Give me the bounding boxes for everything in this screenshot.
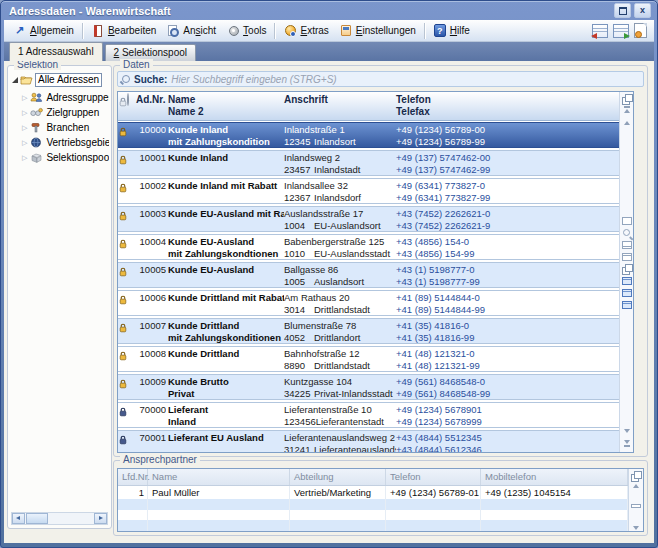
scrollbar-thumb[interactable] [26, 513, 48, 524]
address-row[interactable]: 10005 Kunde EU-Ausland Ballgasse 861005A… [118, 262, 619, 288]
col-header-name[interactable]: NameName 2 [166, 92, 284, 120]
restore-button[interactable] [614, 3, 631, 18]
view-icon [166, 24, 180, 37]
menu-tools[interactable]: Tools [221, 22, 271, 40]
table-import-icon[interactable] [613, 24, 629, 38]
title-bar[interactable]: Adressdaten - Warenwirtschaft x [5, 2, 653, 19]
menu-allgemein[interactable]: Allgemein [8, 22, 79, 40]
menu-einstellungen[interactable]: Einstellungen [334, 22, 421, 40]
col-header-anschrift[interactable]: Anschrift [284, 92, 396, 120]
contacts-grid-header: Lfd.Nr. Name Abteilung Telefon Mobiltele… [118, 469, 628, 486]
col-header-contact-telefon[interactable]: Telefon [386, 469, 481, 485]
grid-rows: 10000 Kunde Inlandmit Zahlungskondition … [118, 121, 619, 452]
tree-item-adressgruppen[interactable]: ▷ Adressgruppen [10, 90, 109, 105]
adnr-cell: 70000 [136, 403, 166, 416]
scroll-down-icon[interactable] [631, 523, 641, 529]
copy-icon[interactable] [631, 471, 641, 477]
menu-bearbeiten[interactable]: Bearbeiten [86, 22, 161, 40]
address-row[interactable]: 10002 Kunde Inland mit Rabatt Inlandsall… [118, 178, 619, 204]
contact-row[interactable]: 1 Paul Müller Vertrieb/Marketing +49 (12… [118, 486, 628, 499]
anschrift-cell: Lieferantenstraße 10123456Lieferantensta… [284, 403, 396, 427]
expand-arrow-icon[interactable]: ▷ [22, 108, 27, 118]
anschrift-cell: Am Rathaus 203014Drittlandstadt [284, 291, 396, 315]
scroll-up-icon[interactable] [631, 481, 641, 487]
tab-1-adressauswahl[interactable]: 1 Adressauswahl [9, 42, 103, 61]
scroll-up-icon[interactable] [622, 118, 632, 128]
tree-item-zielgruppen[interactable]: ▷ Zielgruppen [10, 105, 109, 120]
menu-ansicht[interactable]: Ansicht [161, 22, 221, 40]
list-icon[interactable] [622, 300, 632, 310]
status-cell [127, 207, 136, 208]
lock-icon [119, 435, 127, 445]
ansprechpartner-panel: Ansprechpartner Lfd.Nr. Name Abteilung T… [113, 460, 648, 536]
status-cell [127, 347, 136, 348]
address-row[interactable]: 10008 Kunde Drittland Bahnhofstraße 1288… [118, 346, 619, 372]
telefon-cell: +43 (1) 5198777-0+43 (1) 5198777-99 [396, 263, 619, 287]
lock-icon [119, 295, 127, 305]
scroll-left-icon[interactable] [12, 513, 25, 524]
expand-arrow-icon[interactable]: ▷ [22, 138, 27, 148]
tree-item-vertriebsgebiete[interactable]: ▷ Vertriebsgebiete [10, 135, 109, 150]
contacts-grid-rail [628, 469, 643, 531]
search-icon[interactable] [122, 75, 130, 83]
close-button[interactable]: x [634, 3, 651, 18]
expand-arrow-icon[interactable]: ▷ [22, 93, 27, 103]
grid-icon[interactable] [631, 503, 641, 509]
scroll-top-icon[interactable] [622, 106, 632, 116]
col-header-lfdnr[interactable]: Lfd.Nr. [118, 469, 148, 485]
list-icon[interactable] [622, 276, 632, 286]
menu-extras[interactable]: Extras [278, 22, 333, 40]
address-row[interactable]: 10001 Kunde Inland Inlandsweg 223457Inla… [118, 150, 619, 176]
address-row[interactable]: 10004 Kunde EU-Auslandmit Zahlungskondti… [118, 234, 619, 260]
scrollbar-track[interactable] [48, 513, 94, 524]
lock-icon [119, 155, 127, 165]
col-header-mobiltelefon[interactable]: Mobiltelefon [481, 469, 628, 485]
menu-hilfe[interactable]: Hilfe [428, 22, 475, 40]
scroll-right-icon[interactable] [94, 513, 107, 524]
list-icon[interactable] [622, 288, 632, 298]
globe-icon [30, 137, 43, 148]
address-row[interactable]: 10000 Kunde Inlandmit Zahlungskondition … [118, 122, 619, 148]
name-cell: Kunde Inland mit Rabatt [166, 179, 284, 192]
address-row[interactable]: 10003 Kunde EU-Ausland mit Rabatt Auslan… [118, 206, 619, 232]
address-row[interactable]: 70001 Lieferant EU Ausland Lieferantenau… [118, 430, 619, 452]
lock-column-header[interactable] [118, 92, 127, 120]
edit-icon [91, 24, 105, 37]
grid-icon[interactable] [622, 216, 632, 226]
list-icon[interactable] [622, 240, 632, 250]
address-row[interactable]: 10007 Kunde Drittlandmit Zahlungskonditi… [118, 318, 619, 344]
zoom-icon[interactable] [622, 228, 632, 238]
col-header-abteilung[interactable]: Abteilung [290, 469, 386, 485]
name-cell: Kunde Inlandmit Zahlungskondition [166, 123, 284, 147]
sidebar-h-scrollbar[interactable] [11, 512, 108, 525]
col-header-telefon[interactable]: TelefonTelefax [396, 92, 619, 120]
menu-bar: Allgemein Bearbeiten Ansicht Tools Extra… [4, 20, 654, 42]
col-header-adnr[interactable]: Ad.Nr. [136, 92, 166, 120]
scroll-down-icon[interactable] [622, 426, 632, 436]
window-title: Adressdaten - Warenwirtschaft [5, 5, 614, 17]
name-cell: Kunde EU-Auslandmit Zahlungskondtionen [166, 235, 284, 259]
search-input[interactable] [171, 73, 639, 85]
tree-item-selektionspools[interactable]: ▷ Selektionspools [10, 150, 109, 165]
list-icon[interactable] [622, 252, 632, 262]
table-export-icon[interactable] [592, 24, 608, 38]
selection-tree: Alle Adressen ▷ Adressgruppen ▷ Zielgrup… [10, 72, 109, 510]
scroll-bottom-icon[interactable] [622, 438, 632, 448]
tree-item-branchen[interactable]: ▷ Branchen [10, 120, 109, 135]
address-row[interactable]: 70000 LieferantInland Lieferantenstraße … [118, 402, 619, 428]
address-row[interactable]: 10009 Kunde BruttoPrivat Kuntzgasse 1043… [118, 374, 619, 400]
expand-arrow-icon[interactable]: ▷ [22, 123, 27, 133]
copy-icon[interactable] [622, 94, 632, 104]
tree-root-alle-adressen[interactable]: Alle Adressen [10, 72, 109, 90]
expand-arrow-icon[interactable]: ▷ [22, 153, 27, 163]
status-column-header[interactable] [127, 92, 136, 120]
col-header-contact-name[interactable]: Name [148, 469, 290, 485]
address-row[interactable]: 10006 Kunde Drittland mit Rabatt Am Rath… [118, 290, 619, 316]
collapse-arrow-icon[interactable] [12, 77, 18, 83]
copy-icon[interactable] [622, 264, 632, 274]
settings-icon [339, 24, 353, 37]
document-new-icon[interactable] [634, 23, 647, 38]
app-window: Adressdaten - Warenwirtschaft x Allgemei… [0, 0, 658, 548]
arrow-icon [13, 24, 27, 37]
folder-open-icon [20, 75, 33, 86]
